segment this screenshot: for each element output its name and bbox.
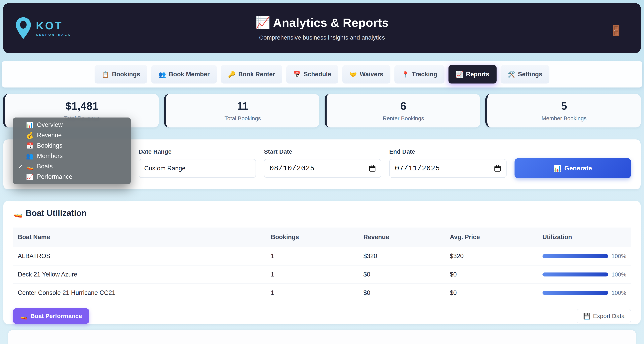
brand-tagline: KEEPONTRACK bbox=[36, 33, 71, 36]
nav-tab-label: Book Member bbox=[169, 71, 210, 78]
page-title: 📈Analytics & Reports bbox=[255, 16, 389, 30]
stat-label: Member Bookings bbox=[542, 115, 586, 122]
col-avg-price: Avg. Price bbox=[445, 228, 538, 247]
col-bookings: Bookings bbox=[266, 228, 358, 247]
menu-item-revenue[interactable]: 💰Revenue bbox=[13, 130, 131, 140]
nav-tab-label: Book Renter bbox=[238, 71, 275, 78]
menu-item-label: Revenue bbox=[37, 132, 62, 139]
kot-logo: KOT KEEPONTRACK bbox=[15, 17, 71, 40]
revenue-cell: $0 bbox=[358, 265, 445, 284]
nav-tab-label: Schedule bbox=[304, 71, 331, 78]
nav-tab-waivers[interactable]: 🤝Waivers bbox=[342, 65, 390, 84]
boat-name-cell: Center Console 21 Hurricane CC21 bbox=[13, 284, 266, 302]
utilization-cell: 100% bbox=[538, 284, 631, 302]
export-data-label: Export Data bbox=[593, 313, 625, 319]
chart-up-icon: 📈 bbox=[255, 16, 270, 29]
date-range-select[interactable]: Custom Range bbox=[139, 159, 256, 178]
door-icon: 🚪 bbox=[610, 25, 622, 36]
bookings-cell: 1 bbox=[266, 247, 358, 265]
stat-card-total-bookings: 11 Total Bookings bbox=[164, 94, 320, 127]
utilization-percent: 100% bbox=[612, 290, 626, 296]
stat-card-member-bookings: 5 Member Bookings bbox=[486, 94, 641, 127]
table-header-row: Boat Name Bookings Revenue Avg. Price Ut… bbox=[13, 228, 631, 247]
date-range-value: Custom Range bbox=[144, 165, 186, 172]
main-nav: 📋Bookings 👥Book Member 🔑Book Renter 📅Sch… bbox=[2, 61, 642, 87]
page-subtitle: Comprehensive business insights and anal… bbox=[255, 34, 389, 41]
boat-performance-button[interactable]: 🚤Boat Performance bbox=[13, 308, 89, 324]
utilization-percent: 100% bbox=[612, 271, 626, 278]
nav-tab-reports[interactable]: 📈Reports bbox=[448, 65, 496, 84]
nav-tab-book-member[interactable]: 👥Book Member bbox=[151, 65, 217, 84]
start-date-value: 08/10/2025 bbox=[270, 164, 314, 173]
nav-tab-schedule[interactable]: 📅Schedule bbox=[286, 65, 338, 84]
end-date-value: 07/11/2025 bbox=[395, 164, 440, 173]
utilization-bar bbox=[542, 254, 608, 258]
calendar-icon: 📅 bbox=[294, 71, 301, 78]
nav-tab-label: Tracking bbox=[412, 71, 437, 78]
next-section-panel bbox=[8, 330, 636, 344]
boat-icon: 🚤 bbox=[13, 209, 22, 218]
table-row: ALBATROS 1 $320 $320 100% bbox=[13, 247, 631, 265]
menu-item-performance[interactable]: 📈Performance bbox=[13, 171, 131, 182]
menu-item-label: Overview bbox=[37, 121, 63, 128]
revenue-cell: $320 bbox=[358, 247, 445, 265]
utilization-bar bbox=[542, 272, 608, 276]
bookings-cell: 1 bbox=[266, 265, 358, 284]
boat-utilization-card: 🚤Boat Utilization Boat Name Bookings Rev… bbox=[4, 201, 640, 324]
boat-performance-label: Boat Performance bbox=[30, 313, 82, 319]
menu-item-members[interactable]: 👥Members bbox=[13, 151, 131, 161]
avg-price-cell: $0 bbox=[445, 284, 538, 302]
calendar-icon: 📅 bbox=[25, 142, 34, 149]
floppy-disk-icon: 💾 bbox=[583, 313, 590, 320]
end-date-group: End Date 07/11/2025 bbox=[389, 148, 506, 189]
stat-value: 5 bbox=[561, 100, 567, 112]
money-bag-icon: 💰 bbox=[25, 132, 34, 139]
end-date-input[interactable]: 07/11/2025 bbox=[389, 159, 506, 178]
check-icon: ✓ bbox=[16, 163, 25, 170]
start-date-input[interactable]: 08/10/2025 bbox=[264, 159, 381, 178]
boat-icon: 🚤 bbox=[20, 313, 28, 320]
utilization-percent: 100% bbox=[612, 253, 626, 259]
nav-tab-book-renter[interactable]: 🔑Book Renter bbox=[221, 65, 282, 84]
calendar-icon[interactable] bbox=[494, 165, 501, 172]
generate-button[interactable]: 📊Generate bbox=[514, 158, 631, 178]
logout-button[interactable]: 🚪 bbox=[610, 26, 622, 36]
chart-up-icon: 📈 bbox=[456, 71, 463, 78]
app-header: KOT KEEPONTRACK 📈Analytics & Reports Com… bbox=[3, 3, 641, 53]
nav-tab-tracking[interactable]: 📍Tracking bbox=[394, 65, 444, 84]
stat-label: Total Bookings bbox=[224, 115, 261, 122]
stat-value: 6 bbox=[400, 100, 406, 112]
menu-item-label: Bookings bbox=[37, 142, 62, 149]
boat-icon: 🚤 bbox=[25, 163, 34, 170]
avg-price-cell: $320 bbox=[445, 247, 538, 265]
table-row: Deck 21 Yellow Azure 1 $0 $0 100% bbox=[13, 265, 631, 284]
stat-label: Renter Bookings bbox=[383, 115, 424, 122]
menu-item-boats[interactable]: ✓🚤Boats bbox=[13, 161, 131, 171]
export-data-button[interactable]: 💾Export Data bbox=[577, 309, 631, 323]
section-title: 🚤Boat Utilization bbox=[13, 208, 631, 218]
divider bbox=[13, 225, 631, 225]
col-revenue: Revenue bbox=[358, 228, 445, 247]
menu-item-bookings[interactable]: 📅Bookings bbox=[13, 140, 131, 151]
menu-item-label: Members bbox=[37, 152, 63, 160]
logo-text: KOT KEEPONTRACK bbox=[36, 20, 71, 36]
utilization-bar bbox=[542, 291, 608, 295]
section-title-text: Boat Utilization bbox=[26, 208, 86, 218]
col-utilization: Utilization bbox=[538, 228, 631, 247]
page-title-text: Analytics & Reports bbox=[273, 16, 389, 29]
menu-item-label: Performance bbox=[37, 173, 72, 181]
report-type-dropdown: 📊Overview 💰Revenue 📅Bookings 👥Members ✓🚤… bbox=[13, 117, 131, 184]
nav-tab-bookings[interactable]: 📋Bookings bbox=[94, 65, 148, 84]
users-icon: 👥 bbox=[158, 71, 166, 78]
avg-price-cell: $0 bbox=[445, 265, 538, 284]
utilization-cell: 100% bbox=[538, 265, 631, 284]
nav-tab-settings[interactable]: 🛠️Settings bbox=[500, 65, 550, 84]
menu-item-overview[interactable]: 📊Overview bbox=[13, 120, 131, 130]
stat-value: 11 bbox=[237, 100, 248, 112]
col-boat-name: Boat Name bbox=[13, 228, 266, 247]
boat-utilization-table: Boat Name Bookings Revenue Avg. Price Ut… bbox=[13, 228, 631, 302]
nav-tab-label: Reports bbox=[466, 71, 489, 78]
calendar-icon[interactable] bbox=[369, 165, 376, 172]
key-icon: 🔑 bbox=[228, 71, 236, 78]
start-date-label: Start Date bbox=[264, 148, 381, 155]
